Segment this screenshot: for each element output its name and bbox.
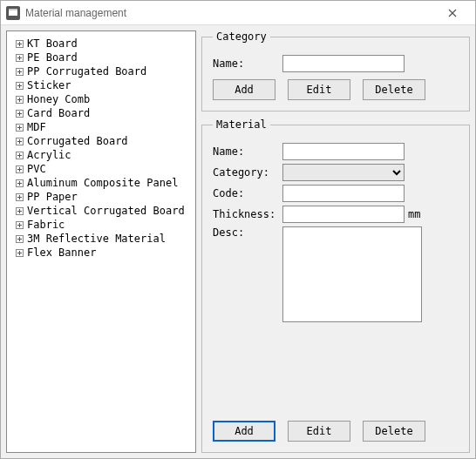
material-add-button[interactable]: Add — [213, 421, 275, 442]
material-group: Material Name: Category: Code: — [201, 118, 470, 453]
tree-item[interactable]: Vertical Corrugated Board — [10, 204, 192, 218]
expand-icon[interactable] — [16, 110, 24, 118]
tree-item-label: Acrylic — [27, 148, 71, 162]
material-code-input[interactable] — [282, 185, 405, 202]
category-add-button[interactable]: Add — [213, 79, 275, 100]
tree-item-label: 3M Reflective Material — [27, 232, 166, 246]
material-legend: Material — [213, 118, 270, 131]
material-name-input[interactable] — [282, 143, 405, 160]
tree-item-label: Corrugated Board — [27, 134, 128, 148]
material-thickness-input[interactable] — [282, 206, 405, 223]
material-delete-button[interactable]: Delete — [363, 421, 425, 442]
tree-item[interactable]: Corrugated Board — [10, 134, 192, 148]
material-desc-input[interactable] — [282, 226, 422, 322]
tree-item[interactable]: Acrylic — [10, 148, 192, 162]
window-title: Material management — [25, 7, 126, 19]
tree-item-label: Honey Comb — [27, 92, 90, 106]
tree-item-label: Vertical Corrugated Board — [27, 204, 185, 218]
expand-icon[interactable] — [16, 40, 24, 48]
window-body: KT BoardPE BoardPP Corrugated BoardStick… — [1, 25, 475, 458]
category-name-label: Name: — [213, 57, 282, 70]
tree-item[interactable]: Honey Comb — [10, 92, 192, 106]
expand-icon[interactable] — [16, 54, 24, 62]
material-code-label: Code: — [213, 187, 282, 199]
tree-item-label: Card Board — [27, 106, 90, 120]
tree-item-label: KT Board — [27, 37, 78, 51]
material-edit-button[interactable]: Edit — [288, 421, 350, 442]
expand-icon[interactable] — [16, 179, 24, 187]
expand-icon[interactable] — [16, 221, 24, 229]
material-category-select[interactable] — [282, 164, 405, 181]
titlebar: Material management — [1, 1, 475, 25]
expand-icon[interactable] — [16, 68, 24, 76]
tree-item-label: PVC — [27, 162, 46, 176]
category-name-input[interactable] — [282, 55, 405, 72]
tree-item[interactable]: MDF — [10, 120, 192, 134]
tree-item-label: PP Corrugated Board — [27, 64, 146, 78]
category-group: Category Name: Add Edit Delete — [201, 30, 470, 111]
tree-item[interactable]: PP Paper — [10, 190, 192, 204]
app-icon — [6, 6, 20, 20]
tree-item[interactable]: PP Corrugated Board — [10, 64, 192, 78]
category-delete-button[interactable]: Delete — [363, 79, 425, 100]
expand-icon[interactable] — [16, 152, 24, 159]
expand-icon[interactable] — [16, 96, 24, 104]
expand-icon[interactable] — [16, 124, 24, 132]
expand-icon[interactable] — [16, 235, 24, 243]
category-legend: Category — [213, 30, 270, 43]
tree-item[interactable]: Aluminum Composite Panel — [10, 176, 192, 190]
material-thickness-label: Thickness: — [213, 208, 282, 220]
tree-item[interactable]: Sticker — [10, 78, 192, 92]
tree-item[interactable]: Flex Banner — [10, 246, 192, 260]
tree-item-label: Fabric — [27, 218, 65, 232]
tree-item[interactable]: Fabric — [10, 218, 192, 232]
expand-icon[interactable] — [16, 207, 24, 215]
expand-icon[interactable] — [16, 193, 24, 201]
tree-item-label: MDF — [27, 120, 46, 134]
tree-item[interactable]: 3M Reflective Material — [10, 232, 192, 246]
thickness-unit: mm — [408, 208, 420, 220]
tree-item-label: PP Paper — [27, 190, 78, 204]
close-icon — [448, 9, 457, 17]
tree-item-label: Sticker — [27, 78, 71, 92]
app-window: Material management KT BoardPE BoardPP C… — [0, 0, 476, 459]
close-button[interactable] — [435, 1, 470, 24]
material-name-label: Name: — [213, 145, 282, 158]
svg-rect-0 — [9, 10, 17, 16]
tree-item[interactable]: PVC — [10, 162, 192, 176]
tree-item[interactable]: KT Board — [10, 37, 192, 51]
tree-item-label: Aluminum Composite Panel — [27, 176, 178, 190]
category-edit-button[interactable]: Edit — [288, 79, 350, 100]
tree-item[interactable]: Card Board — [10, 106, 192, 120]
tree-item-label: PE Board — [27, 51, 78, 64]
right-panel: Category Name: Add Edit Delete Material … — [201, 30, 470, 453]
tree-item[interactable]: PE Board — [10, 51, 192, 64]
expand-icon[interactable] — [16, 82, 24, 90]
material-desc-label: Desc: — [213, 226, 282, 239]
material-category-label: Category: — [213, 166, 282, 179]
material-tree[interactable]: KT BoardPE BoardPP Corrugated BoardStick… — [6, 30, 196, 453]
expand-icon[interactable] — [16, 165, 24, 173]
svg-rect-1 — [9, 9, 17, 10]
expand-icon[interactable] — [16, 138, 24, 145]
tree-item-label: Flex Banner — [27, 246, 96, 260]
expand-icon[interactable] — [16, 249, 24, 257]
